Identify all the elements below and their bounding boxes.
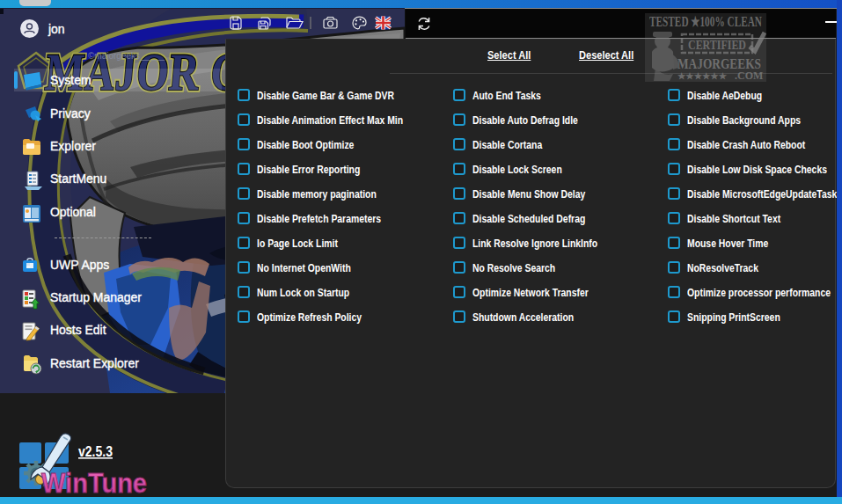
- svg-text:.COM: .COM: [735, 69, 763, 82]
- svg-text:WinTune: WinTune: [41, 467, 147, 499]
- svg-text:★★★★★★: ★★★★★★: [677, 71, 727, 81]
- svg-text:v2.5.3: v2.5.3: [78, 444, 113, 459]
- svg-text:CERTIFIED: CERTIFIED: [688, 39, 746, 52]
- svg-text:TESTED ★100% CLEAN: TESTED ★100% CLEAN: [649, 14, 762, 29]
- svg-text:©majorgeeks_____: ©majorgeeks_____: [88, 51, 165, 61]
